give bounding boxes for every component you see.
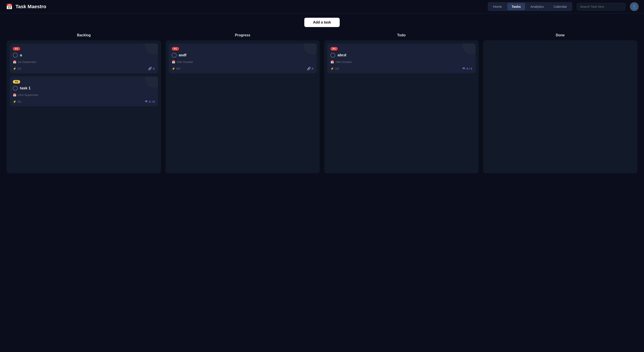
subtask-count: ⚡ 0/0	[172, 67, 180, 70]
task-complete-circle[interactable]	[172, 53, 176, 58]
search-bar[interactable]	[577, 3, 626, 11]
task-date: 15th October	[176, 60, 193, 64]
priority-badge: P1	[13, 47, 20, 51]
task-card-a[interactable]: P1 a 📅 1st September ⚡ 0/1	[10, 44, 158, 73]
add-task-button[interactable]: Add a task	[304, 18, 340, 27]
calendar-icon: 📅	[330, 60, 334, 64]
task-date-row: 📅 15th October	[172, 60, 314, 64]
subtask-icon: ⚡	[172, 67, 175, 70]
column-done: Done	[483, 33, 638, 173]
main-content: Add a task Backlog P1 a 📅 1st September	[0, 13, 644, 178]
task-date-row: 📅 16th October	[330, 60, 472, 64]
subtask-count: ⚡ 0/1	[13, 67, 22, 70]
task-date: 16th October	[335, 60, 352, 64]
subtask-icon: ⚡	[13, 100, 16, 103]
task-date: 23rd September	[18, 93, 38, 97]
task-title: task 1	[20, 86, 30, 90]
task-date-row: 📅 1st September	[13, 60, 155, 64]
nav-item-home[interactable]: Home	[489, 3, 506, 10]
column-progress: Progress P1 asdf 📅 15th October ⚡	[166, 33, 320, 173]
assignees: 👁 A +3	[145, 100, 155, 103]
assignees: 👁 A +1	[462, 67, 472, 70]
calendar-icon: 📅	[13, 60, 16, 64]
eye-icon: 👁	[145, 100, 148, 103]
subtask-icon: ⚡	[13, 67, 16, 70]
nav-item-calendar[interactable]: Calendar	[549, 3, 572, 10]
eye-icon: 👁	[462, 67, 466, 70]
task-title-row: task 1	[13, 86, 155, 91]
link-icon: 🔗	[148, 67, 152, 70]
logo-area: 📅 Task Maestro	[5, 3, 46, 11]
priority-badge: P1	[172, 47, 179, 51]
column-todo: Todo P1 abcd 📅 16th October ⚡	[324, 33, 479, 173]
task-complete-circle[interactable]	[330, 53, 335, 58]
task-title: a	[20, 53, 22, 57]
column-backlog: Backlog P1 a 📅 1st September ⚡	[7, 33, 161, 173]
assignees: 🔗 A	[307, 67, 314, 70]
priority-badge: P2	[13, 80, 20, 84]
assignees: 🔗 A	[148, 67, 155, 70]
column-body-done	[483, 40, 638, 173]
task-complete-circle[interactable]	[13, 86, 18, 91]
task-footer: ⚡ 0/0 🔗 A	[172, 67, 314, 70]
column-header-progress: Progress	[166, 33, 320, 37]
main-nav: Home Tasks Analytics Calendar	[488, 2, 572, 11]
header: 📅 Task Maestro Home Tasks Analytics Cale…	[0, 0, 644, 13]
task-title: abcd	[338, 53, 346, 57]
app-logo-icon: 📅	[5, 3, 13, 11]
task-card-abcd[interactable]: P1 abcd 📅 16th October ⚡ 2/2	[327, 44, 476, 73]
task-date: 1st September	[18, 60, 36, 64]
task-date-row: 📅 23rd September	[13, 93, 155, 97]
kanban-board: Backlog P1 a 📅 1st September ⚡	[7, 33, 637, 173]
task-title: asdf	[179, 53, 186, 57]
subtask-icon: ⚡	[330, 67, 334, 70]
link-icon: 🔗	[307, 67, 311, 70]
calendar-icon: 📅	[13, 93, 16, 97]
task-footer: ⚡ 0/1 🔗 A	[13, 67, 155, 70]
task-title-row: asdf	[172, 53, 314, 58]
nav-item-analytics[interactable]: Analytics	[526, 3, 548, 10]
task-card-task1[interactable]: P2 task 1 📅 23rd September ⚡ 0/1	[10, 76, 158, 106]
priority-badge: P1	[330, 47, 338, 51]
column-header-backlog: Backlog	[7, 33, 161, 37]
column-header-done: Done	[483, 33, 638, 37]
calendar-icon: 📅	[172, 60, 175, 64]
task-card-asdf[interactable]: P1 asdf 📅 15th October ⚡ 0/0	[169, 44, 317, 73]
search-input[interactable]	[580, 5, 622, 9]
subtask-count: ⚡ 0/1	[13, 100, 22, 103]
task-title-row: a	[13, 53, 155, 58]
add-task-wrapper: Add a task	[7, 18, 637, 27]
subtask-count: ⚡ 2/2	[330, 67, 339, 70]
avatar[interactable]: 👤	[630, 2, 639, 11]
column-body-backlog: P1 a 📅 1st September ⚡ 0/1	[7, 40, 161, 173]
column-header-todo: Todo	[324, 33, 479, 37]
task-footer: ⚡ 2/2 👁 A +1	[330, 67, 472, 70]
task-footer: ⚡ 0/1 👁 A +3	[13, 100, 155, 103]
task-complete-circle[interactable]	[13, 53, 18, 58]
task-title-row: abcd	[330, 53, 472, 58]
column-body-progress: P1 asdf 📅 15th October ⚡ 0/0	[166, 40, 320, 173]
column-body-todo: P1 abcd 📅 16th October ⚡ 2/2	[324, 40, 479, 173]
nav-item-tasks[interactable]: Tasks	[507, 3, 525, 10]
app-title: Task Maestro	[16, 4, 46, 10]
